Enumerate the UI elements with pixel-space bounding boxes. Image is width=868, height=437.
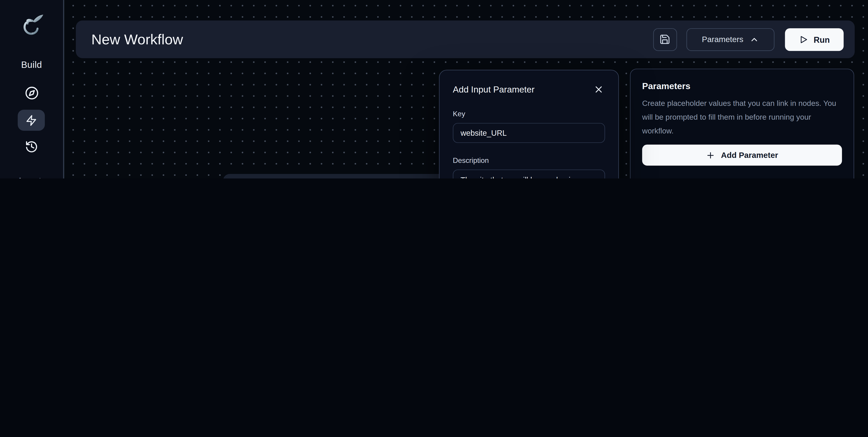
parameters-panel-description: Create placeholder values that you can l… [642, 96, 842, 138]
flow-canvas[interactable]: New Workflow Parameters [64, 0, 868, 178]
sidebar-section-label-agents: Agents [0, 176, 63, 178]
run-workflow-button[interactable]: Run [785, 28, 844, 51]
play-icon [799, 35, 808, 44]
app-logo[interactable] [0, 13, 63, 38]
dragon-logo-icon [19, 13, 44, 38]
parameters-panel: Parameters Create placeholder values tha… [630, 69, 854, 178]
modal-title: Add Input Parameter [453, 84, 535, 94]
sidebar-item-explore[interactable] [0, 86, 63, 100]
sidebar-item-history[interactable] [0, 140, 63, 153]
add-parameter-button[interactable]: Add Parameter [642, 145, 842, 166]
parameters-panel-title: Parameters [642, 81, 842, 91]
sidebar: Build Agents [0, 0, 64, 178]
parameters-button-label: Parameters [702, 35, 743, 43]
add-input-parameter-modal: Add Input Parameter Key Description Valu… [439, 70, 619, 178]
run-button-label: Run [814, 35, 830, 44]
workflow-builder-app: Build Agents [0, 0, 868, 178]
save-icon [659, 34, 671, 45]
page-title: New Workflow [91, 31, 183, 48]
history-icon [25, 140, 38, 153]
x-icon [593, 84, 604, 95]
sidebar-section-label-build: Build [0, 59, 63, 70]
save-workflow-button[interactable] [653, 28, 677, 51]
lightning-icon [26, 114, 37, 126]
description-input[interactable] [453, 169, 605, 178]
workflow-header: New Workflow Parameters [76, 21, 855, 58]
compass-icon [25, 86, 38, 100]
add-parameter-label: Add Parameter [721, 151, 778, 159]
plus-icon [706, 150, 715, 160]
key-field-label: Key [453, 110, 605, 118]
chevron-up-icon [749, 35, 759, 44]
header-actions: Parameters Run [653, 28, 844, 51]
key-input[interactable] [453, 123, 605, 143]
parameters-toggle-button[interactable]: Parameters [686, 28, 774, 51]
modal-close-button[interactable] [593, 84, 604, 95]
description-field-label: Description [453, 156, 605, 165]
sidebar-item-workflows[interactable] [18, 110, 45, 131]
